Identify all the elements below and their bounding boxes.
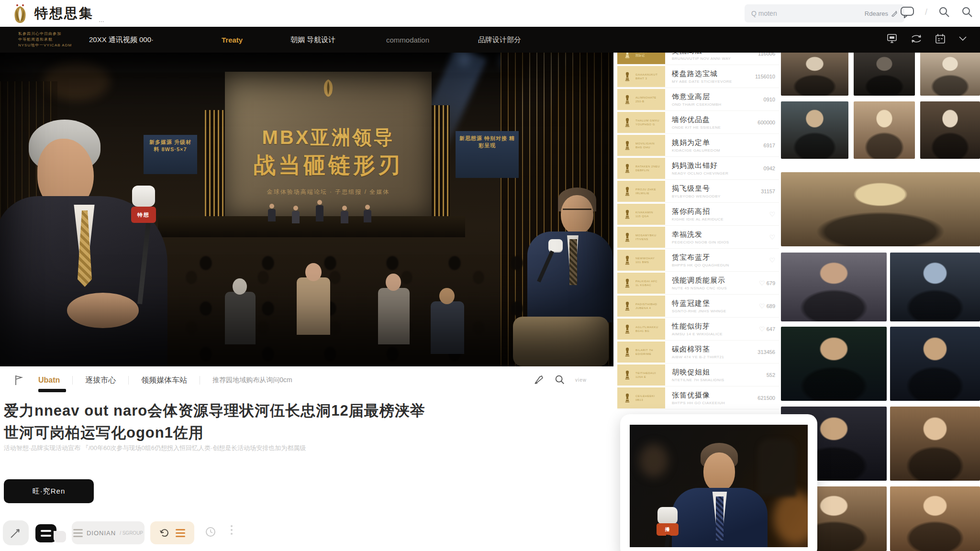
cta-button[interactable]: 旺·究Ren (4, 479, 94, 503)
ranking-subtitle: MY ABE DATE STICIBYEVORE (672, 79, 755, 84)
refresh-filter-button[interactable] (150, 521, 194, 544)
tab-recommend[interactable]: 推荐园地域购布从询问0cm (200, 376, 304, 385)
search-input[interactable]: Q moten Rdeares (745, 4, 904, 22)
ranking-row[interactable]: CEILEHEEKI0B13张笛优摄像BHTPS HH GO CIAKEEIUH… (617, 386, 779, 409)
ranking-title: 强能调质能展示 (672, 276, 759, 285)
ranking-title: 揭飞级皇号 (672, 184, 761, 193)
ranking-row[interactable]: MOVILIGAINBHS OHU姚娟为定单KIDACIGE GALUREDOM… (617, 134, 779, 157)
tab-media-station[interactable]: 领频媒体车站 (129, 375, 200, 386)
heart-icon[interactable]: ♡ (769, 256, 775, 264)
heart-icon[interactable]: ♡ (759, 325, 765, 333)
kebab-menu-icon[interactable] (231, 525, 233, 535)
calendar-icon[interactable] (935, 33, 946, 44)
ranking-value: 0910 (764, 97, 779, 102)
trophy-icon (622, 255, 633, 265)
gallery-photo-blonde-woman[interactable] (890, 486, 980, 551)
ranking-row[interactable]: BILARIT 7HEDIDRIME碳卤棉羽茎AIBW 474 YE B-2 T… (617, 341, 779, 364)
ranking-title: 性能似街芽 (672, 322, 759, 331)
nav-item-design[interactable]: 朝姻 导航设计 (290, 27, 335, 53)
heart-icon[interactable]: ♡ (759, 302, 765, 310)
ranking-row[interactable]: ALIMNOHATE250-B饰意业高层OND THAIR CSEKIOMBH0… (617, 88, 779, 111)
award-caption: ALIMNOHATE250-B (635, 96, 657, 103)
gallery-photo-smiling-woman-crowd[interactable] (920, 50, 980, 96)
ranking-row[interactable]: PALKIDAI AFC1L KGBAC强能调质能展示NUTE 45 NSNAD… (617, 272, 779, 295)
swap-arrows-icon[interactable] (910, 34, 923, 44)
gallery-photo-man-suit-teal-floor[interactable] (781, 101, 848, 159)
gallery-photo-two-men-navy[interactable] (890, 253, 980, 321)
nav-item-treaty[interactable]: Treaty (222, 27, 243, 53)
article-subtitle: 活动智想·品牌实现活动宣布 『/00年60次参与现场0组6仍想拐入恒回忆人类·创… (4, 444, 511, 452)
ranking-subtitle: AIMSU 14 E WIKIGIALICE (672, 332, 759, 336)
monitor-icon[interactable] (886, 33, 898, 44)
ranking-subtitle: BHPPS HK QO QUAGHEDUN (672, 263, 769, 267)
heart-icon[interactable]: ♡ (769, 233, 775, 241)
hero-vignette (0, 53, 613, 366)
article-title-line1: 爱力nneav out naro会体资源导理状河伍长忠洞12届最榜浃举 (4, 401, 511, 421)
trophy-icon (622, 324, 633, 334)
heart-icon[interactable]: ♡ (769, 210, 775, 218)
gallery-photo-warm-pair[interactable] (890, 407, 980, 481)
featured-photo-card[interactable]: 播 (620, 414, 817, 551)
ranking-value: ♡689 (759, 302, 779, 310)
ranking-subtitle: NEADY OCLNO CHEVINGER (672, 171, 764, 176)
gallery-photo-couple-reading-letter[interactable] (781, 253, 887, 321)
ranking-row[interactable]: AGLITLMAKKUBG41 BG性能似街芽AIMSU 14 E WIKIGI… (617, 318, 779, 341)
pen-icon[interactable] (533, 374, 545, 386)
hamburger-icon (73, 529, 83, 537)
award-badge: THALUM GMXUYOUPHSO G (617, 112, 665, 133)
draw-arrow-button[interactable] (3, 520, 29, 545)
nav-item-commodation[interactable]: commodation (386, 27, 429, 53)
award-caption: CEILEHEEKI0B13 (635, 394, 655, 402)
ranking-value: 552 (767, 372, 779, 378)
award-caption: MOSAMYBKUITIVENS (635, 233, 657, 241)
heart-icon[interactable]: ♡ (759, 279, 765, 287)
ranking-title: 张笛优摄像 (672, 391, 757, 400)
ranking-title: 楼盘路选宝城 (672, 69, 755, 78)
search-icon[interactable] (554, 374, 566, 386)
logo-text: 特想思集 (34, 4, 94, 22)
ranking-row[interactable]: RATAKEN 2NEUDEBFLIN妈妈激出锚好NEADY OCLNO CHE… (617, 157, 779, 180)
search-icon-secondary[interactable] (961, 6, 973, 18)
group-selector[interactable]: DIONIAN / SGROUP (72, 521, 145, 544)
tab-ubatn[interactable]: Ubatn (26, 376, 72, 385)
ranking-row[interactable]: GAAAANUKUTBRHT 3楼盘路选宝城MY ABE DATE STICIB… (617, 65, 779, 88)
ranking-row[interactable]: THALUM GMXUYOUPHSO G墙你优品盘ONDE KIT HE SSI… (617, 111, 779, 134)
search-icon[interactable] (938, 6, 950, 18)
ranking-value: 31157 (761, 188, 779, 194)
gallery-photo-group-with-bouquet[interactable] (854, 101, 915, 159)
folder-tab-button[interactable] (54, 531, 66, 542)
navbar: 私参四川心中日由参加 中等船周遇和承航 NYSU地中一VYICAB ADM 20… (0, 27, 980, 53)
trophy-icon (622, 163, 633, 174)
ranking-row[interactable]: NEWWOHAY101 BMS赁宝布蓝牙BHPPS HK QO QUAGHEDU… (617, 249, 779, 272)
search-filter-dropdown[interactable]: Rdeares (865, 10, 898, 17)
award-badge: PALKIDAI AFC1L KGBAC (617, 273, 665, 294)
ranking-title: 饰意业高层 (672, 92, 764, 101)
ranking-subtitle: KIDACIGE GALUREDOM (672, 148, 764, 153)
chat-bubble-icon[interactable] (900, 6, 914, 18)
award-caption: RATAKEN 2NEUDEBFLIN (635, 165, 660, 172)
gallery-photo-bokeh-portrait[interactable] (781, 327, 887, 401)
gallery-photo-audience-flowers[interactable] (781, 50, 848, 96)
history-clock-icon[interactable] (205, 526, 216, 538)
ranking-row[interactable]: PROJU ZHKEIRLMILIE揭飞级皇号BYLBYOBO WENGODBY… (617, 180, 779, 203)
nav-item-video[interactable]: 20XX 通讯视频 000· (89, 27, 154, 53)
ranking-row[interactable]: TEITIHEDAUI126A E胡映促姐姐NTETILNE 7H SMIALI… (617, 364, 779, 386)
ranking-subtitle: NTETILNE 7H SMIALIDNIS (672, 378, 767, 382)
ranking-row[interactable]: KIVAKAMIN115 QGA落你药高招KIGHE IDIE AL AERID… (617, 203, 779, 226)
gallery-photo-wide-audience-row[interactable] (781, 172, 980, 246)
chevron-down-icon[interactable] (958, 36, 968, 42)
ranking-subtitle: NUTE 45 NSNAD CNC IDUS (672, 286, 759, 290)
gallery-photo-dark-suit-closeup[interactable] (854, 50, 915, 96)
ranking-value: ♡ (769, 210, 779, 218)
hero-image[interactable]: MBX亚洲领导 战当砸链形刃 金球体验场高端论坛 · 子思组报 / 全媒体 新多… (0, 53, 613, 366)
tab-center[interactable]: 逐拔市心 (73, 375, 128, 386)
logo[interactable]: 特想思集 … (11, 3, 104, 23)
award-caption: PROJU ZHKEIRLMILIE (635, 187, 656, 195)
gallery-photo-man-singing-mic[interactable] (890, 327, 980, 401)
ranking-row[interactable]: PADISTHIBHDJUBENA 4特蓝冠建堡SGNTO-RHE JNHS W… (617, 295, 779, 318)
ranking-row[interactable]: MOSAMYBKUITIVENS幸福洗发PEDECIDO NGOB GIN ID… (617, 226, 779, 249)
ranking-subtitle: BHTPS HH GO CIAKEEIUH (672, 401, 757, 405)
orange-filter-icon (176, 529, 185, 537)
nav-item-brand[interactable]: 品牌设计部分 (478, 27, 521, 53)
gallery-photo-woman-black-suit-desk[interactable] (920, 101, 980, 159)
